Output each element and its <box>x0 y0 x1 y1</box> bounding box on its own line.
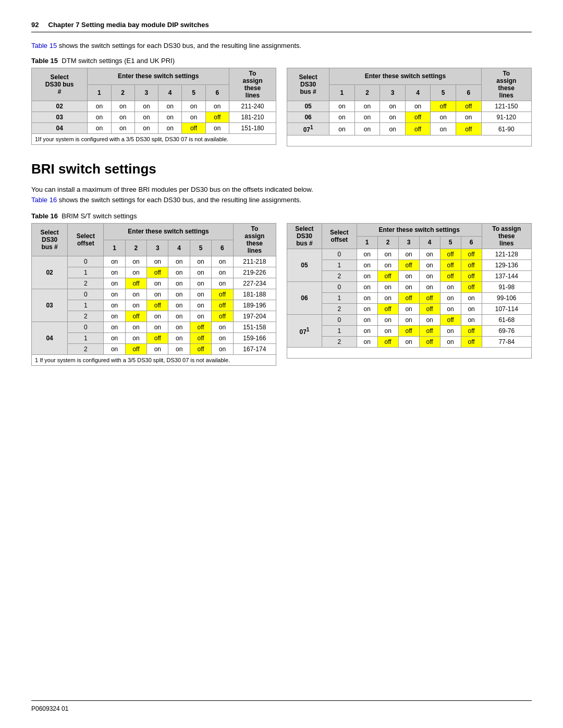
th-offset-l: Selectoffset <box>68 224 104 256</box>
th-enter-settings-right: Enter these switch settings <box>329 68 481 85</box>
table-row: 2 onoffononoffoff 137-144 <box>287 271 532 282</box>
table-row: 1 ononoffononoff 189-196 <box>32 300 276 311</box>
bri-section-heading: BRI switch settings <box>31 161 532 177</box>
th-select-ds30: SelectDS30 bus# <box>32 68 88 101</box>
offset: 2 <box>68 311 104 322</box>
th-ds30-bus-l: SelectDS30bus # <box>32 224 68 256</box>
offset: 2 <box>322 304 357 315</box>
offset: 1 <box>322 293 357 304</box>
th-offset-r: Selectoffset <box>322 224 357 249</box>
table-row: 1 ononoffoffonon 99-106 <box>287 293 532 304</box>
table-row: 1 ononoffonoffoff 129-136 <box>287 260 532 271</box>
bus-number: 03 <box>32 112 88 123</box>
table16-link[interactable]: Table 16 <box>31 196 57 204</box>
table16-right: SelectDS30bus # Selectoffset Enter these… <box>287 223 532 366</box>
th-ds30-bus-r: SelectDS30bus # <box>287 224 322 249</box>
bus-07: 071 <box>287 315 322 348</box>
table-row: 2 onoffonononoff 197-204 <box>32 311 276 322</box>
offset: 0 <box>322 315 357 326</box>
table-row: 071 0 ononononoffon 61-68 <box>287 315 532 326</box>
offset: 0 <box>68 289 104 300</box>
offset: 2 <box>68 278 104 289</box>
offset: 1 <box>68 333 104 344</box>
table-row: 04 0 ononononoffon 151-158 <box>32 322 276 333</box>
th-assign-r: To assigntheselines <box>482 224 531 249</box>
table15-caption: Table 15 DTM switch settings (E1 and UK … <box>31 57 532 65</box>
table-row: 05 on on on on off off 121-150 <box>287 101 532 112</box>
bri-intro-para: You can install a maximum of three BRI m… <box>31 184 532 205</box>
offset: 0 <box>68 322 104 333</box>
offset: 2 <box>322 271 357 282</box>
table-row: 03 on on on on on off 181-210 <box>32 112 276 123</box>
th-select-ds30-r: SelectDS30bus # <box>287 68 329 101</box>
table-row: 1 ononoffononon 219-226 <box>32 267 276 278</box>
bus-number: 04 <box>32 123 88 134</box>
offset: 1 <box>68 267 104 278</box>
table15-right: SelectDS30bus # Enter these switch setti… <box>287 68 532 146</box>
table-row: 04 on on on on off on 151-180 <box>32 123 276 134</box>
intro-paragraph: Table 15 shows the switch settings for e… <box>31 42 532 50</box>
bus-number: 071 <box>287 123 329 135</box>
bus-05: 05 <box>287 249 322 282</box>
th-switch-settings-r: Enter these switch settings <box>357 224 482 237</box>
footnote-text: 1If your system is configured with a 3/5… <box>32 134 276 145</box>
page-header: 92 Chapter 7 Setting media bay module DI… <box>31 21 532 32</box>
th-sw6: 6 <box>205 84 229 101</box>
th-switch-settings-l: Enter these switch settings <box>104 224 233 240</box>
offset: 1 <box>322 326 357 337</box>
footnote-row: 1If your system is configured with a 3/5… <box>32 134 276 145</box>
footnote-row-r <box>287 135 532 146</box>
offset: 0 <box>322 282 357 293</box>
table16-wrapper: SelectDS30bus # Selectoffset Enter these… <box>31 223 532 366</box>
table-row: 03 0 onononononoff 181-188 <box>32 289 276 300</box>
table-row: 1 ononoffoffonoff 69-76 <box>287 326 532 337</box>
table15-link[interactable]: Table 15 <box>31 42 57 50</box>
offset: 1 <box>68 300 104 311</box>
page-footer: P0609324 01 <box>31 700 532 712</box>
table-row: 2 onoffonononon 227-234 <box>32 278 276 289</box>
table15-right-table: SelectDS30bus # Enter these switch setti… <box>287 68 532 146</box>
th-assign-right: Toassigntheselines <box>481 68 531 101</box>
table-row: 06 0 onononononoff 91-98 <box>287 282 532 293</box>
th-sw3: 3 <box>134 84 158 101</box>
bus-number: 05 <box>287 101 329 112</box>
th-assign-left: Toassigntheselines <box>229 68 276 101</box>
bus-04: 04 <box>32 322 68 355</box>
table16-left-table: SelectDS30bus # Selectoffset Enter these… <box>31 223 276 366</box>
table15-wrapper: SelectDS30 bus# Enter these switch setti… <box>31 68 532 146</box>
offset: 2 <box>68 344 104 355</box>
table-row: 05 0 ononononoffoff 121-128 <box>287 249 532 260</box>
table15-left-table: SelectDS30 bus# Enter these switch setti… <box>31 68 276 145</box>
th-sw4: 4 <box>158 84 182 101</box>
table16-left: SelectDS30bus # Selectoffset Enter these… <box>31 223 276 366</box>
offset: 2 <box>322 337 357 348</box>
th-enter-settings-left: Enter these switch settings <box>88 68 229 85</box>
bus-02: 02 <box>32 256 68 289</box>
table15-left: SelectDS30 bus# Enter these switch setti… <box>31 68 276 146</box>
th-sw5: 5 <box>182 84 205 101</box>
table-row: 1 ononoffonoffon 159-166 <box>32 333 276 344</box>
offset: 1 <box>322 260 357 271</box>
offset: 0 <box>322 249 357 260</box>
footnote-row-16r <box>287 348 532 359</box>
table-row: 02 0 onononononon 211-218 <box>32 256 276 267</box>
table-row: 2 onoffononoffon 167-174 <box>32 344 276 355</box>
bus-number: 02 <box>32 101 88 112</box>
footnote-row-16: 1 If your system is configured with a 3/… <box>32 355 276 366</box>
table16-right-table: SelectDS30bus # Selectoffset Enter these… <box>287 223 532 359</box>
table-row: 06 on on on off on on 91-120 <box>287 112 532 123</box>
page-number: 92 <box>31 21 39 29</box>
footer-text: P0609324 01 <box>31 705 68 712</box>
table16-caption: Table 16 BRIM S/T switch settings <box>31 212 532 220</box>
bus-number: 06 <box>287 112 329 123</box>
table-row: 071 on on on off on off 61-90 <box>287 123 532 135</box>
th-sw2: 2 <box>111 84 134 101</box>
bus-06: 06 <box>287 282 322 315</box>
footnote-16: 1 If your system is configured with a 3/… <box>32 355 276 366</box>
table-row: 2 onoffonoffonoff 77-84 <box>287 337 532 348</box>
offset: 0 <box>68 256 104 267</box>
bus-03: 03 <box>32 289 68 322</box>
table-row: 2 onoffonoffonon 107-114 <box>287 304 532 315</box>
chapter-title: Chapter 7 Setting media bay module DIP s… <box>48 21 209 29</box>
table-row: 02 on on on on on on 211-240 <box>32 101 276 112</box>
